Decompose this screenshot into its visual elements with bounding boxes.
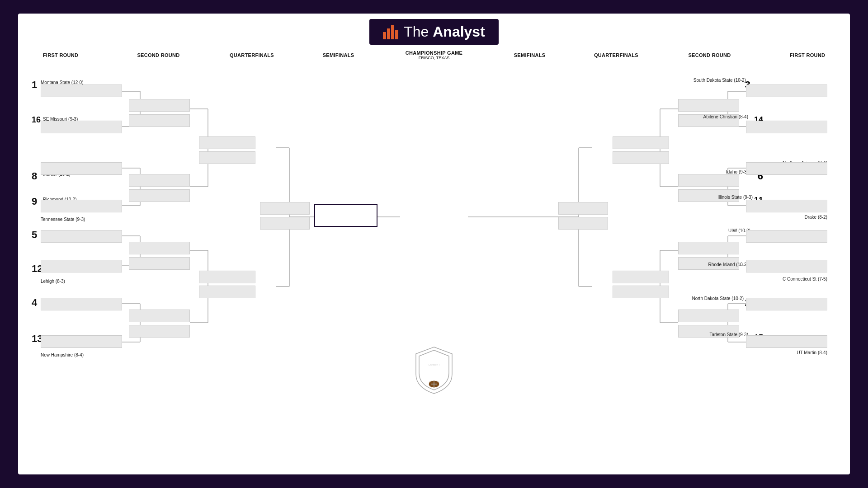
qf-left-4 — [199, 286, 255, 298]
team14-name: Abilene Christian (8-4) — [703, 114, 749, 120]
outer-container: The Analyst FIRST ROUND SECOND ROUND QUA… — [14, 9, 854, 479]
qf-left-2 — [199, 151, 255, 164]
team4-box — [41, 298, 122, 310]
seed5-number: 5 — [32, 229, 37, 240]
team-utmartin-name: UT Martin (8-4) — [797, 350, 827, 356]
svg-text:NCAA: NCAA — [429, 357, 439, 361]
bracket-card: The Analyst FIRST ROUND SECOND ROUND QUA… — [18, 14, 850, 474]
qf-right-3 — [613, 271, 669, 283]
seed9-number: 9 — [32, 196, 37, 207]
sf-right-2 — [558, 217, 608, 230]
seed8-entry: 8 — [32, 170, 37, 182]
seed16-entry: 16 — [32, 115, 41, 125]
qf-left-1 — [199, 136, 255, 149]
team1-box — [41, 84, 122, 97]
r2-left-8 — [129, 325, 190, 338]
logo-text: The Analyst — [404, 23, 485, 40]
team10-box — [746, 260, 827, 272]
svg-rect-0 — [383, 32, 386, 39]
label-quarters-right: QUARTERFINALS — [585, 52, 648, 58]
qf-right-2 — [613, 151, 669, 164]
r2-left-3 — [129, 174, 190, 187]
svg-text:FCS: FCS — [423, 367, 445, 380]
svg-rect-3 — [395, 30, 398, 39]
seed8-number: 8 — [32, 170, 37, 182]
qf-right-1 — [613, 136, 669, 149]
svg-rect-2 — [391, 25, 394, 39]
qf-left-3 — [199, 271, 255, 283]
r2-right-7 — [678, 310, 739, 322]
championship-box — [314, 204, 377, 227]
team10-name: Rhode Island (10-2) — [708, 262, 748, 267]
team-lehigh-name: Lehigh (8-3) — [41, 277, 65, 285]
team2-name: North Dakota State (10-2) — [692, 296, 744, 301]
team-drake-name: Drake (8-2) — [804, 215, 827, 220]
team-tstate-name: Tennessee State (9-3) — [41, 215, 85, 223]
seed5-entry: 5 — [32, 229, 37, 241]
r2-left-5 — [129, 242, 190, 254]
sf-left-1 — [260, 202, 310, 215]
sf-left-2 — [260, 217, 310, 230]
fcs-logo: NCAA Division I FCS — [411, 345, 457, 396]
label-second-round-left: SECOND ROUND — [125, 52, 193, 58]
team8-box — [41, 162, 122, 175]
analyst-logo-icon — [383, 25, 399, 39]
team6-name: Idaho (9-3) — [726, 169, 748, 175]
header: The Analyst — [18, 14, 850, 48]
team6-box — [746, 162, 827, 175]
team15-name: Tarleton State (9-3) — [709, 332, 748, 338]
label-semis-left: SEMIFINALS — [311, 52, 366, 58]
label-championship: CHAMPIONSHIP GAME FRISCO, TEXAS — [393, 50, 475, 60]
r2-right-1 — [678, 99, 739, 112]
r2-left-1 — [129, 99, 190, 112]
label-second-round-right: SECOND ROUND — [676, 52, 744, 58]
r2-left-2 — [129, 114, 190, 127]
qf-right-4 — [613, 286, 669, 298]
team12-box — [41, 260, 122, 272]
team7-box — [746, 230, 827, 243]
team15-box — [746, 335, 827, 348]
bracket-area: 1 Montana State (12-0) 16 SE Missouri (9… — [18, 62, 850, 405]
r2-left-6 — [129, 257, 190, 270]
round-labels-row: FIRST ROUND SECOND ROUND QUARTERFINALS S… — [18, 48, 850, 62]
seed1-entry: 1 — [32, 79, 37, 91]
team2-box — [746, 298, 827, 310]
team3-name: South Dakota State (10-2) — [693, 78, 746, 83]
seed9-entry: 9 — [32, 196, 37, 207]
seed1-number: 1 — [32, 79, 37, 90]
svg-rect-1 — [387, 28, 390, 39]
r2-right-3 — [678, 174, 739, 187]
team-cconn-name: C Connecticut St (7-5) — [783, 277, 827, 282]
seed4-entry: 4 — [32, 297, 37, 309]
label-quarters-left: QUARTERFINALS — [220, 52, 283, 58]
fcs-logo-svg: NCAA Division I FCS — [411, 345, 457, 394]
team14-box — [746, 121, 827, 133]
team3-box — [746, 84, 827, 97]
svg-text:Division I: Division I — [429, 363, 440, 366]
seed16-number: 16 — [32, 115, 41, 124]
team5-box — [41, 230, 122, 243]
logo-box: The Analyst — [369, 19, 499, 45]
team11-box — [746, 200, 827, 212]
r2-right-5 — [678, 242, 739, 254]
label-semis-right: SEMIFINALS — [503, 52, 557, 58]
label-first-round-left: FIRST ROUND — [24, 52, 97, 58]
r2-left-4 — [129, 189, 190, 202]
r2-left-7 — [129, 310, 190, 322]
team13-box — [41, 335, 122, 348]
label-first-round-right: FIRST ROUND — [771, 52, 844, 58]
team9-box — [41, 200, 122, 212]
team-newHampshire-name: New Hampshire (8-4) — [41, 350, 84, 358]
seed4-number: 4 — [32, 297, 37, 308]
team16-box — [41, 121, 122, 133]
sf-right-1 — [558, 202, 608, 215]
